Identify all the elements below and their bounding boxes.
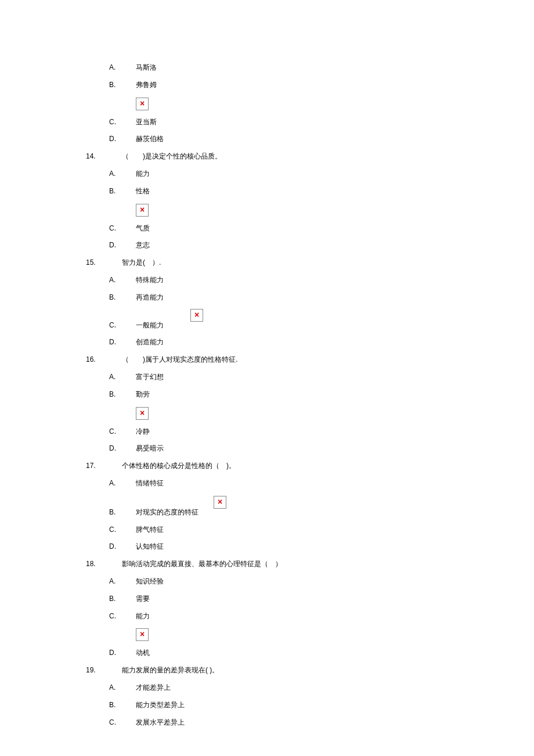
- option-letter: C.: [86, 224, 136, 233]
- q15-option-b: B. 再造能力: [86, 293, 534, 303]
- option-letter: D.: [86, 240, 136, 250]
- question-text: （ )属于人对现实态度的性格特征.: [122, 355, 237, 365]
- option-text: 冷静: [136, 427, 150, 437]
- broken-image-row: [136, 204, 534, 217]
- option-text: 一般能力: [136, 321, 164, 330]
- q14-option-d: D. 意志: [86, 240, 534, 250]
- option-letter: B.: [86, 390, 136, 399]
- option-text: 动机: [136, 648, 150, 658]
- option-letter: C.: [86, 525, 136, 535]
- q13-option-a: A. 马斯洛: [86, 63, 534, 73]
- option-letter: C.: [86, 611, 136, 621]
- question-number: 15.: [86, 258, 122, 268]
- q14-option-a: A. 能力: [86, 169, 534, 179]
- missing-image-icon: [190, 309, 203, 322]
- q18-option-c: C. 能力: [86, 611, 534, 621]
- option-letter: B.: [86, 594, 136, 604]
- option-letter: D.: [86, 134, 136, 144]
- question-number: 19.: [86, 665, 122, 675]
- option-letter: B.: [86, 293, 136, 303]
- q19-option-c: C. 发展水平差异上: [86, 718, 534, 728]
- missing-image-icon: [214, 496, 226, 509]
- q17-option-d: D. 认知特征: [86, 542, 534, 552]
- option-text: 性格: [136, 186, 150, 196]
- option-letter: A.: [86, 372, 136, 382]
- option-text: 意志: [136, 240, 150, 250]
- q19-option-a: A. 才能差异上: [86, 683, 534, 693]
- q18-option-a: A. 知识经验: [86, 577, 534, 586]
- broken-image-row: [214, 496, 534, 509]
- missing-image-icon: [136, 98, 149, 110]
- option-text: 勤劳: [136, 390, 150, 399]
- question-text: 影响活动完成的最直接、最基本的心理特征是（ ）: [122, 559, 282, 569]
- option-letter: A.: [86, 683, 136, 693]
- option-letter: A.: [86, 169, 136, 179]
- option-text: 富于幻想: [136, 372, 164, 382]
- option-letter: A.: [86, 63, 136, 73]
- option-text: 亚当斯: [136, 117, 157, 127]
- q18-option-d: D. 动机: [86, 648, 534, 658]
- option-letter: A.: [86, 275, 136, 285]
- option-text: 气质: [136, 224, 150, 233]
- option-text: 特殊能力: [136, 275, 164, 285]
- option-text: 才能差异上: [136, 683, 171, 693]
- option-text: 情绪特征: [136, 478, 164, 488]
- missing-image-icon: [136, 407, 149, 420]
- question-15: 15. 智力是( ）.: [86, 258, 534, 268]
- option-text: 认知特征: [136, 542, 164, 552]
- q18-option-b: B. 需要: [86, 594, 534, 604]
- option-letter: D.: [86, 444, 136, 453]
- option-letter: D.: [86, 542, 136, 552]
- broken-image-row: [136, 407, 534, 420]
- question-18: 18. 影响活动完成的最直接、最基本的心理特征是（ ）: [86, 559, 534, 569]
- option-text: 能力类型差异上: [136, 700, 185, 710]
- option-text: 脾气特征: [136, 525, 164, 535]
- q16-option-a: A. 富于幻想: [86, 372, 534, 382]
- q14-option-c: C. 气质: [86, 224, 534, 233]
- q17-option-c: C. 脾气特征: [86, 525, 534, 535]
- q15-option-c: C. 一般能力: [86, 321, 534, 330]
- q13-option-d: D. 赫茨伯格: [86, 134, 534, 144]
- question-16: 16. （ )属于人对现实态度的性格特征.: [86, 355, 534, 365]
- q13-option-b: B. 弗鲁姆: [86, 80, 534, 90]
- q14-option-b: B. 性格: [86, 186, 534, 196]
- option-letter: C.: [86, 427, 136, 437]
- option-text: 创造能力: [136, 337, 164, 347]
- question-number: 16.: [86, 355, 122, 365]
- broken-image-row: [136, 98, 534, 110]
- question-number: 14.: [86, 152, 122, 161]
- question-number: 18.: [86, 559, 122, 569]
- option-letter: B.: [86, 80, 136, 90]
- option-text: 对现实的态度的特征: [136, 507, 199, 517]
- q15-option-d: D. 创造能力: [86, 337, 534, 347]
- option-text: 易受暗示: [136, 444, 164, 453]
- option-text: 赫茨伯格: [136, 134, 164, 144]
- option-letter: B.: [86, 700, 136, 710]
- option-letter: D.: [86, 648, 136, 658]
- missing-image-icon: [136, 204, 149, 217]
- option-letter: B.: [86, 507, 136, 517]
- option-text: 需要: [136, 594, 150, 604]
- option-letter: C.: [86, 117, 136, 127]
- q16-option-c: C. 冷静: [86, 427, 534, 437]
- option-letter: B.: [86, 186, 136, 196]
- question-text: 个体性格的核心成分是性格的（ )。: [122, 461, 236, 471]
- q13-option-c: C. 亚当斯: [86, 117, 534, 127]
- question-text: 能力发展的量的差异表现在( )。: [122, 665, 219, 675]
- option-letter: C.: [86, 321, 136, 330]
- q15-option-a: A. 特殊能力: [86, 275, 534, 285]
- option-letter: A.: [86, 577, 136, 586]
- missing-image-icon: [136, 628, 149, 641]
- option-letter: D.: [86, 337, 136, 347]
- option-text: 弗鲁姆: [136, 80, 157, 90]
- question-text: 智力是( ）.: [122, 258, 161, 268]
- question-19: 19. 能力发展的量的差异表现在( )。: [86, 665, 534, 675]
- q17-option-b: B. 对现实的态度的特征: [86, 507, 534, 517]
- option-text: 能力: [136, 169, 150, 179]
- question-17: 17. 个体性格的核心成分是性格的（ )。: [86, 461, 534, 471]
- broken-image-row: [136, 628, 534, 641]
- option-text: 知识经验: [136, 577, 164, 586]
- option-text: 能力: [136, 611, 150, 621]
- q19-option-b: B. 能力类型差异上: [86, 700, 534, 710]
- option-letter: A.: [86, 478, 136, 488]
